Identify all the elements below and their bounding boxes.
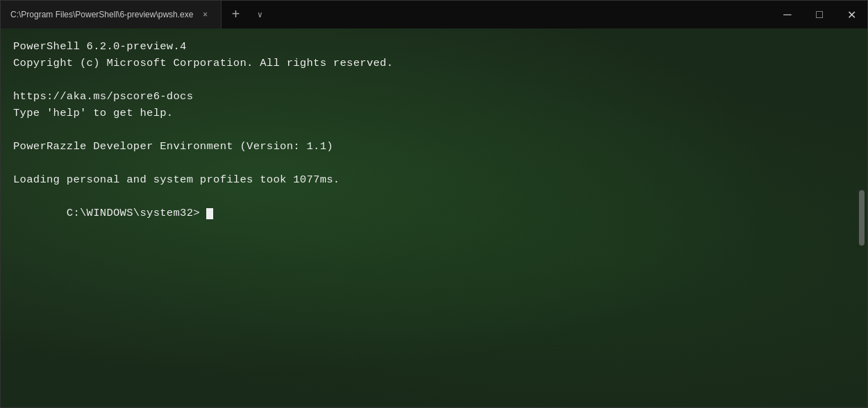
window-controls: ─ □ ✕ bbox=[771, 1, 867, 28]
terminal-line-10: C:\WINDOWS\system32> bbox=[13, 188, 855, 238]
cursor bbox=[206, 208, 213, 219]
terminal-line-4: https://aka.ms/pscore6-docs bbox=[13, 88, 855, 105]
terminal-window: C:\Program Files\PowerShell\6-preview\pw… bbox=[0, 0, 868, 408]
scrollbar[interactable] bbox=[859, 190, 865, 246]
terminal-content[interactable]: PowerShell 6.2.0-preview.4 Copyright (c)… bbox=[1, 28, 867, 407]
titlebar-left: C:\Program Files\PowerShell\6-preview\pw… bbox=[1, 1, 270, 28]
active-tab[interactable]: C:\Program Files\PowerShell\6-preview\pw… bbox=[1, 1, 222, 28]
tab-close-button[interactable]: × bbox=[199, 8, 211, 21]
terminal-line-9: Loading personal and system profiles too… bbox=[13, 171, 855, 188]
tab-dropdown-button[interactable]: ∨ bbox=[249, 1, 270, 28]
titlebar-middle: + ∨ bbox=[222, 1, 270, 28]
prompt-text: C:\WINDOWS\system32> bbox=[67, 207, 207, 219]
terminal-line-5: Type 'help' to get help. bbox=[13, 105, 855, 121]
terminal-line-8 bbox=[13, 155, 855, 171]
terminal-line-6 bbox=[13, 121, 855, 138]
terminal-line-1: PowerShell 6.2.0-preview.4 bbox=[13, 38, 855, 55]
terminal-line-2: Copyright (c) Microsoft Corporation. All… bbox=[13, 55, 855, 71]
terminal-line-7: PowerRazzle Developer Environment (Versi… bbox=[13, 138, 855, 155]
maximize-button[interactable]: □ bbox=[803, 1, 835, 28]
titlebar: C:\Program Files\PowerShell\6-preview\pw… bbox=[1, 1, 867, 28]
tab-title: C:\Program Files\PowerShell\6-preview\pw… bbox=[10, 10, 193, 19]
new-tab-button[interactable]: + bbox=[222, 1, 249, 28]
terminal-body[interactable]: PowerShell 6.2.0-preview.4 Copyright (c)… bbox=[1, 28, 867, 407]
minimize-button[interactable]: ─ bbox=[771, 1, 803, 28]
close-button[interactable]: ✕ bbox=[835, 1, 867, 28]
terminal-line-3 bbox=[13, 71, 855, 88]
